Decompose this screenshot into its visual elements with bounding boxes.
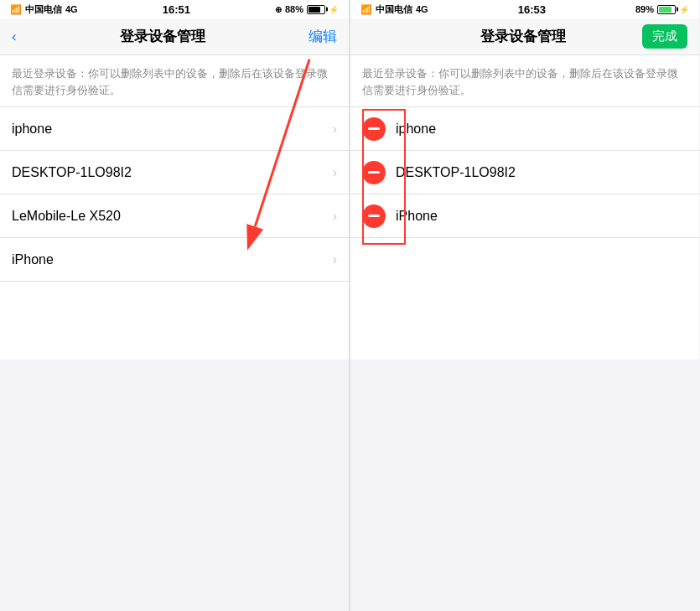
right-battery-bar [657, 5, 676, 14]
delete-button-0[interactable] [362, 117, 386, 141]
time-label: 16:51 [163, 3, 190, 16]
delete-button-2[interactable] [362, 205, 386, 228]
left-right-icons: ⊕ 88% ⚡ [275, 4, 339, 14]
left-description: 最近登录设备：你可以删除列表中的设备，删除后在该设备登录微信需要进行身份验证。 [0, 55, 349, 107]
right-nav-bar: 登录设备管理 完成 [350, 18, 699, 55]
right-signal: 📶 中国电信 4G [360, 3, 428, 16]
right-device-name-1: DESKTOP-1LO98I2 [396, 165, 687, 180]
battery-indicator: ⚡ [307, 5, 339, 14]
right-rest-area [350, 360, 699, 612]
left-nav-bar: ‹ 登录设备管理 编辑 [0, 18, 349, 55]
right-signal-bars-icon: 📶 [360, 4, 372, 15]
edit-button[interactable]: 编辑 [309, 27, 337, 46]
left-device-item-0[interactable]: iphone › [0, 107, 349, 151]
right-device-item-1[interactable]: DESKTOP-1LO98I2 [350, 151, 699, 194]
left-signal: 📶 中国电信 4G [10, 3, 78, 16]
left-device-name-0: iphone [12, 122, 333, 137]
back-button[interactable]: ‹ [12, 28, 17, 45]
right-page-title: 登录设备管理 [480, 27, 566, 46]
right-device-name-0: iphone [396, 122, 687, 137]
right-carrier-label: 中国电信 [376, 3, 412, 16]
location-icon: ⊕ [275, 5, 282, 14]
signal-bars-icon: 📶 [10, 4, 22, 15]
right-description: 最近登录设备：你可以删除列表中的设备，删除后在该设备登录微信需要进行身份验证。 [350, 55, 699, 107]
right-device-list: iphone DESKTOP-1LO98I2 iPhone [350, 107, 699, 360]
left-device-name-3: iPhone [12, 252, 333, 267]
right-device-item-0[interactable]: iphone [350, 107, 699, 151]
right-battery-fill [659, 7, 671, 13]
battery-fill [309, 7, 320, 13]
left-rest-area [0, 360, 349, 612]
right-battery-indicator: ⚡ [657, 5, 689, 14]
done-button[interactable]: 完成 [642, 24, 687, 49]
right-status-bar: 📶 中国电信 4G 16:53 89% ⚡ [350, 0, 699, 18]
battery-bar [307, 5, 325, 14]
delete-button-1[interactable] [362, 161, 386, 184]
right-right-icons: 89% ⚡ [635, 4, 689, 14]
right-battery-label: 89% [635, 4, 654, 14]
chevron-icon-2: › [333, 209, 337, 224]
chevron-icon-1: › [333, 165, 337, 180]
left-device-name-2: LeMobile-Le X520 [12, 209, 333, 224]
left-device-list: iphone › DESKTOP-1LO98I2 › LeMobile-Le X… [0, 107, 349, 360]
right-device-item-2[interactable]: iPhone [350, 194, 699, 238]
left-device-item-3[interactable]: iPhone › [0, 238, 349, 282]
chevron-icon-0: › [333, 122, 337, 137]
battery-label: 88% [285, 4, 303, 14]
left-device-name-1: DESKTOP-1LO98I2 [12, 165, 333, 180]
network-label: 4G [65, 4, 78, 14]
left-page-title: 登录设备管理 [120, 27, 205, 46]
left-status-bar: 📶 中国电信 4G 16:51 ⊕ 88% ⚡ [0, 0, 349, 18]
charging-icon: ⚡ [329, 5, 339, 14]
left-phone-panel: 📶 中国电信 4G 16:51 ⊕ 88% ⚡ ‹ 登录设备管理 编辑 最近登录… [0, 0, 350, 611]
carrier-label: 中国电信 [25, 3, 62, 16]
right-charging-icon: ⚡ [679, 5, 689, 14]
right-phone-panel: 📶 中国电信 4G 16:53 89% ⚡ 登录设备管理 完成 最近登录设备：你… [350, 0, 699, 611]
right-network-label: 4G [416, 4, 428, 14]
left-device-item-1[interactable]: DESKTOP-1LO98I2 › [0, 151, 349, 194]
chevron-icon-3: › [333, 252, 337, 267]
right-time-label: 16:53 [518, 3, 546, 16]
left-device-item-2[interactable]: LeMobile-Le X520 › [0, 194, 349, 238]
right-device-name-2: iPhone [396, 209, 687, 224]
